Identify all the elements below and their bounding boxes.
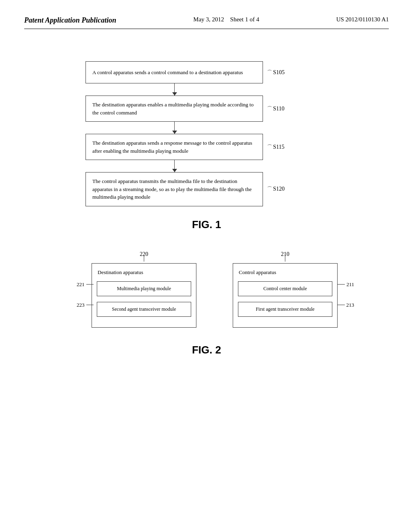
fig2-title: FIG. 2	[24, 344, 389, 356]
flow-box-s120: The control apparatus transmits the mult…	[86, 172, 263, 206]
fig1-flowchart: A control apparatus sends a control comm…	[86, 53, 327, 206]
fig2-device-row: Destination apparatus 221 Multimedia pla…	[65, 263, 348, 328]
flow-step-s105: A control apparatus sends a control comm…	[86, 61, 327, 83]
ctrl-number-label: 210	[233, 251, 338, 258]
module-221-row: 221 Multimedia playing module	[97, 281, 191, 296]
publication-date: May 3, 2012	[193, 16, 224, 23]
flow-label-s110: ⌒ S110	[267, 96, 284, 122]
flow-step-s120: The control apparatus transmits the mult…	[86, 172, 327, 206]
publication-title: Patent Application Publication	[24, 16, 116, 25]
patent-number: US 2012/0110130 A1	[336, 16, 389, 23]
flow-step-s115: The destination apparatus sends a respon…	[86, 134, 327, 160]
arrow-3	[86, 160, 263, 172]
page: Patent Application Publication May 3, 20…	[0, 0, 413, 532]
dest-number-label: 220	[92, 251, 196, 258]
fig2-diagram: 220 210 Destination apparatus 221	[65, 251, 348, 328]
module-211-row: 211 Control center module	[238, 281, 332, 296]
module-box-211: Control center module	[238, 281, 332, 296]
module-223-row: 223 Second agent transceiver module	[97, 302, 191, 317]
module-box-213: First agent transceiver module	[238, 302, 332, 317]
label-211: 211	[338, 281, 354, 288]
ctrl-top-arrow	[285, 256, 286, 262]
tick-213	[338, 305, 345, 305]
page-header: Patent Application Publication May 3, 20…	[24, 16, 389, 29]
module-box-221: Multimedia playing module	[97, 281, 191, 296]
module-box-223: Second agent transceiver module	[97, 302, 191, 317]
arrow-2	[86, 122, 263, 134]
destination-apparatus-box: Destination apparatus 221 Multimedia pla…	[92, 263, 196, 328]
flow-label-s115: ⌒ S115	[267, 134, 284, 160]
tick-221	[86, 284, 94, 285]
dest-top-arrow	[144, 256, 144, 262]
fig2-top-labels: 220 210	[65, 251, 348, 259]
arrow-down-3	[174, 160, 175, 172]
flow-step-s110: The destination apparatus enables a mult…	[86, 96, 327, 122]
tick-211	[338, 284, 345, 285]
flow-box-s115: The destination apparatus sends a respon…	[86, 134, 263, 160]
dest-apparatus-title: Destination apparatus	[97, 269, 191, 276]
module-213-row: 213 First agent transceiver module	[238, 302, 332, 317]
flow-label-s105: ⌒ S105	[267, 61, 285, 83]
sheet-info: Sheet 1 of 4	[230, 16, 259, 23]
arrow-down-1	[174, 83, 175, 96]
ctrl-apparatus-title: Control apparatus	[238, 269, 332, 276]
label-213: 213	[338, 302, 355, 308]
control-apparatus-box: Control apparatus 211 Control center mod…	[233, 263, 338, 328]
label-221: 221	[77, 281, 94, 288]
header-center: May 3, 2012 Sheet 1 of 4	[193, 16, 259, 23]
flow-box-s105: A control apparatus sends a control comm…	[86, 61, 263, 83]
arrow-1	[86, 83, 263, 96]
flow-box-s110: The destination apparatus enables a mult…	[86, 96, 263, 122]
arrow-down-2	[174, 122, 175, 134]
tick-223	[86, 305, 94, 305]
fig1-title: FIG. 1	[24, 218, 389, 231]
flow-label-s120: ⌒ S120	[267, 172, 285, 206]
label-223: 223	[77, 302, 94, 308]
